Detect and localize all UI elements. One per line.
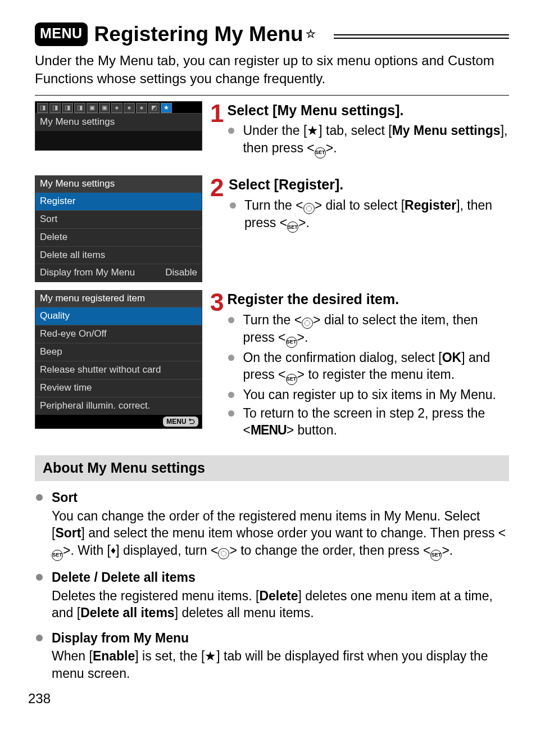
menu-item: My Menu settings [35, 113, 202, 131]
screenshot-2: My Menu settings Register Sort Delete De… [35, 175, 202, 283]
step-2-row: My Menu settings Register Sort Delete De… [35, 175, 509, 291]
menu-word-icon: MENU [251, 423, 287, 437]
screenshot-header: My menu registered item [35, 291, 202, 307]
tab-camera-icon: ◨ [62, 103, 73, 113]
about-body: When [Enable] is set, the [★] tab will b… [52, 649, 488, 681]
tab-star-icon: ★ [161, 103, 172, 113]
menu-item: Peripheral illumin. correct. [35, 397, 202, 415]
screenshot-3: My menu registered item Quality Red-eye … [35, 290, 202, 429]
step-2: 2 Select [Register]. Turn the <> dial to… [210, 175, 509, 234]
about-item-display: Display from My Menu When [Enable] is se… [35, 630, 509, 682]
step-1-row: ◨ ◨ ◨ ◨ ▣ ▣ ♠ ♠ ♠ ◩ ★ My Menu settings 1… [35, 101, 509, 175]
menu-item: Beep [35, 343, 202, 361]
dial-icon [218, 548, 229, 559]
about-item-delete: Delete / Delete all items Deletes the re… [35, 569, 509, 622]
dial-icon [302, 318, 313, 329]
step-1: 1 Select [My Menu settings]. Under the [… [210, 101, 509, 160]
menu-item: Release shutter without card [35, 361, 202, 379]
menu-item: Sort [35, 210, 202, 228]
screenshot-1: ◨ ◨ ◨ ◨ ▣ ▣ ♠ ♠ ♠ ◩ ★ My Menu settings [35, 101, 202, 151]
screenshot-footer: MENU ⮌ [35, 415, 202, 428]
tab-camera-icon: ◨ [37, 103, 48, 113]
divider [35, 95, 509, 96]
step-bullet: You can register up to six items in My M… [227, 386, 509, 403]
menu-item: Register [35, 192, 202, 210]
step-title: Register the desired item. [227, 290, 509, 309]
title-text: Registering My Menu [94, 22, 303, 46]
tab-strip: ◨ ◨ ◨ ◨ ▣ ▣ ♠ ♠ ♠ ◩ ★ [35, 102, 202, 113]
step-title: Select [Register]. [229, 175, 509, 194]
step-bullet: Turn the <> dial to select the item, the… [227, 311, 509, 348]
set-icon: SET [430, 550, 442, 561]
menu-item: Display from My Menu Disable [35, 264, 202, 282]
step-number: 3 [210, 290, 224, 315]
menu-badge: MENU [35, 22, 88, 46]
page-title-row: MENU Registering My Menu☆ [35, 20, 509, 48]
set-icon: SET [286, 337, 297, 348]
set-icon: SET [315, 147, 326, 159]
menu-item: Review time [35, 379, 202, 397]
star-icon: ☆ [306, 28, 316, 40]
about-body: You can change the order of the register… [52, 509, 506, 558]
menu-label: Display from My Menu [40, 266, 135, 279]
dial-icon [303, 203, 315, 214]
menu-item: Delete all items [35, 246, 202, 264]
menu-item: Red-eye On/Off [35, 325, 202, 343]
page-title: Registering My Menu☆ [94, 20, 316, 48]
set-icon: SET [286, 374, 297, 385]
tab-wrench-icon: ♠ [111, 103, 122, 113]
screenshot-header: My Menu settings [35, 176, 202, 192]
tab-wrench-icon: ♠ [136, 103, 147, 113]
about-list: Sort You can change the order of the reg… [35, 489, 509, 682]
about-term: Sort [52, 489, 509, 506]
tab-wrench-icon: ♠ [124, 103, 135, 113]
step-number: 2 [210, 175, 225, 200]
tab-camera-icon: ◨ [74, 103, 85, 113]
menu-item: Quality [35, 307, 202, 325]
intro-text: Under the My Menu tab, you can register … [35, 52, 509, 88]
title-rule [334, 34, 509, 39]
step-bullet: On the confirmation dialog, select [OK] … [227, 349, 509, 385]
tab-play-icon: ▣ [87, 103, 98, 113]
about-header: About My Menu settings [35, 455, 509, 481]
step-number: 1 [210, 101, 224, 126]
step-bullet: To return to the screen in step 2, press… [227, 405, 509, 439]
tab-cfn-icon: ◩ [148, 103, 160, 113]
set-icon: SET [287, 221, 298, 233]
menu-back-icon: MENU ⮌ [163, 417, 198, 427]
about-body: Deletes the registered menu items. [Dele… [52, 588, 493, 621]
set-icon: SET [52, 550, 63, 561]
about-item-sort: Sort You can change the order of the reg… [35, 489, 509, 561]
menu-item: Delete [35, 228, 202, 246]
step-bullet: Under the [★] tab, select [My Menu setti… [227, 122, 509, 158]
tab-camera-icon: ◨ [49, 103, 61, 113]
menu-value: Disable [165, 266, 197, 279]
page-number: 238 [28, 690, 509, 708]
step-title: Select [My Menu settings]. [227, 101, 509, 120]
tab-play-icon: ▣ [99, 103, 110, 113]
about-term: Display from My Menu [52, 630, 509, 647]
about-term: Delete / Delete all items [52, 569, 509, 586]
step-3: 3 Register the desired item. Turn the <>… [210, 290, 509, 440]
step-bullet: Turn the <> dial to select [Register], t… [229, 197, 509, 233]
step-3-row: My menu registered item Quality Red-eye … [35, 290, 509, 445]
